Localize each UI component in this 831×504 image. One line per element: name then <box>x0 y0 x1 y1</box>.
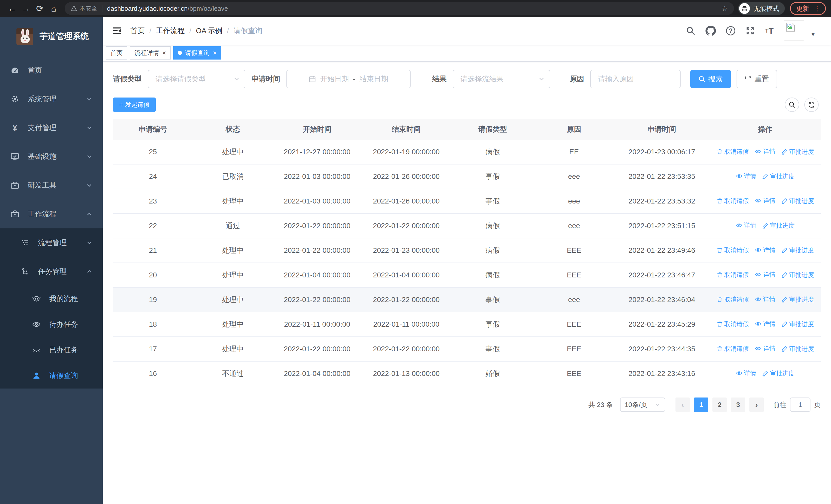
cancel-leave-link[interactable]: 取消请假 <box>717 320 749 328</box>
leave-type-select[interactable]: 请选择请假类型 <box>148 70 245 88</box>
detail-link[interactable]: 详情 <box>736 221 756 230</box>
sidebar-item-system[interactable]: 系统管理 <box>0 85 103 113</box>
next-page-button[interactable]: › <box>749 397 764 412</box>
detail-link[interactable]: 详情 <box>736 369 756 377</box>
table-row[interactable]: 19 处理中 2022-01-22 00:00:00 2022-01-22 00… <box>113 288 821 312</box>
detail-link[interactable]: 详情 <box>755 320 775 328</box>
tab-leave-query[interactable]: 请假查询 × <box>173 46 221 60</box>
page-button-3[interactable]: 3 <box>731 397 745 412</box>
github-icon[interactable] <box>706 26 716 36</box>
reason-input[interactable]: 请输入原因 <box>590 70 681 88</box>
home-button[interactable]: ⌂ <box>47 2 61 16</box>
table-row[interactable]: 20 处理中 2022-01-04 00:00:00 2022-01-04 00… <box>113 263 821 288</box>
approval-progress-link[interactable]: 审批进度 <box>762 221 795 230</box>
apply-time-range-picker[interactable]: 开始日期 - 结束日期 <box>286 70 411 88</box>
cell-status: 通过 <box>193 213 273 238</box>
page-button-1[interactable]: 1 <box>694 397 708 412</box>
detail-link[interactable]: 详情 <box>755 197 775 205</box>
goto-page-input[interactable] <box>790 397 810 412</box>
detail-link[interactable]: 详情 <box>755 147 775 155</box>
approval-progress-link[interactable]: 审批进度 <box>781 148 814 156</box>
approval-progress-link[interactable]: 审批进度 <box>781 345 814 353</box>
chevron-up-icon <box>86 268 92 274</box>
sidebar-item-home[interactable]: 首页 <box>0 56 103 85</box>
approval-progress-link[interactable]: 审批进度 <box>762 369 795 378</box>
approval-progress-link[interactable]: 审批进度 <box>781 246 814 254</box>
close-icon[interactable]: × <box>213 50 217 56</box>
tab-home[interactable]: 首页 <box>106 46 127 60</box>
table-row[interactable]: 24 已取消 2022-01-03 00:00:00 2022-01-26 00… <box>113 164 821 189</box>
toggle-search-button[interactable] <box>785 97 799 112</box>
table-row[interactable]: 17 处理中 2022-01-22 00:00:00 2022-01-22 00… <box>113 337 821 361</box>
sidebar-item-done-tasks[interactable]: 已办任务 <box>0 337 103 363</box>
detail-link[interactable]: 详情 <box>736 172 756 180</box>
cell-apply-id: 25 <box>113 140 193 164</box>
table-row[interactable]: 21 处理中 2022-01-22 00:00:00 2022-01-23 00… <box>113 238 821 263</box>
pen-icon <box>781 321 787 327</box>
table-row[interactable]: 23 处理中 2022-01-03 00:00:00 2022-01-26 00… <box>113 189 821 213</box>
detail-link[interactable]: 详情 <box>755 345 775 353</box>
approval-progress-link[interactable]: 审批进度 <box>781 295 814 304</box>
address-bar[interactable]: 不安全 dashboard.yudao.iocoder.cn/bpm/oa/le… <box>65 2 734 15</box>
refresh-icon <box>745 76 751 82</box>
approval-progress-link[interactable]: 审批进度 <box>781 197 814 205</box>
breadcrumb-oa-example[interactable]: OA 示例 <box>196 26 223 36</box>
refresh-table-button[interactable] <box>804 97 819 112</box>
reload-button[interactable]: ⟳ <box>33 2 47 16</box>
sidebar-item-infrastructure[interactable]: 基础设施 <box>0 142 103 171</box>
cancel-leave-link[interactable]: 取消请假 <box>717 295 749 304</box>
bookmark-star-icon[interactable]: ☆ <box>721 4 728 13</box>
detail-link[interactable]: 详情 <box>755 270 775 279</box>
cancel-leave-link[interactable]: 取消请假 <box>717 197 749 205</box>
detail-link[interactable]: 详情 <box>755 295 775 303</box>
approval-progress-link[interactable]: 审批进度 <box>781 320 814 328</box>
security-indicator[interactable]: 不安全 <box>71 5 97 12</box>
table-row[interactable]: 18 处理中 2022-01-11 00:00:00 2022-01-11 00… <box>113 312 821 337</box>
sidebar-item-workflow[interactable]: 工作流程 <box>0 200 103 228</box>
result-select[interactable]: 请选择流结果 <box>453 70 550 88</box>
pen-icon <box>762 223 768 229</box>
avatar-caret-icon[interactable]: ▼ <box>810 32 815 37</box>
breadcrumb-workflow[interactable]: 工作流程 <box>156 26 185 36</box>
help-icon[interactable]: ? <box>726 26 735 35</box>
cancel-leave-link[interactable]: 取消请假 <box>717 271 749 279</box>
close-icon[interactable]: × <box>162 50 166 56</box>
browser-menu-icon[interactable]: ⋮ <box>814 5 821 12</box>
approval-progress-link[interactable]: 审批进度 <box>762 172 795 180</box>
sidebar-item-todo-tasks[interactable]: 待办任务 <box>0 312 103 337</box>
search-icon[interactable] <box>686 26 695 35</box>
back-button[interactable]: ← <box>5 2 19 16</box>
sidebar-item-leave-query[interactable]: 请假查询 <box>0 363 103 388</box>
table-row[interactable]: 25 处理中 2021-12-27 00:00:00 2022-01-19 00… <box>113 140 821 164</box>
page-size-select[interactable]: 10条/页 <box>620 397 665 412</box>
detail-link[interactable]: 详情 <box>755 246 775 254</box>
cancel-leave-link[interactable]: 取消请假 <box>717 246 749 254</box>
cancel-leave-link[interactable]: 取消请假 <box>717 148 749 156</box>
font-size-icon[interactable]: TT <box>765 26 774 36</box>
sidebar-item-dev-tools[interactable]: 研发工具 <box>0 171 103 200</box>
logo[interactable]: 芋道管理系统 <box>0 17 103 56</box>
sidebar-collapse-icon[interactable] <box>108 26 126 36</box>
reset-button[interactable]: 重置 <box>737 70 777 88</box>
sidebar-item-my-process[interactable]: 我的流程 <box>0 286 103 312</box>
breadcrumb-home[interactable]: 首页 <box>131 26 145 36</box>
forward-button[interactable]: → <box>19 2 33 16</box>
approval-progress-link[interactable]: 审批进度 <box>781 271 814 279</box>
trash-icon <box>717 272 723 278</box>
update-button[interactable]: 更新 ⋮ <box>790 2 826 15</box>
avatar[interactable] <box>784 21 804 41</box>
page-button-2[interactable]: 2 <box>712 397 727 412</box>
create-leave-button[interactable]: + 发起请假 <box>113 97 156 112</box>
tags-bar: 首页 流程详情 × 请假查询 × <box>103 45 831 62</box>
search-button[interactable]: 搜索 <box>690 70 731 88</box>
tab-process-detail[interactable]: 流程详情 × <box>130 46 171 60</box>
table-row[interactable]: 16 不通过 2022-01-04 00:00:00 2022-01-13 00… <box>113 361 821 386</box>
sidebar-item-process-management[interactable]: 流程管理 <box>0 228 103 257</box>
sidebar-item-payment[interactable]: ¥ 支付管理 <box>0 113 103 142</box>
sidebar-item-task-management[interactable]: 任务管理 <box>0 257 103 286</box>
fullscreen-icon[interactable] <box>746 26 755 35</box>
trash-icon <box>717 149 723 155</box>
table-row[interactable]: 22 通过 2022-01-22 00:00:00 2022-01-22 00:… <box>113 213 821 238</box>
prev-page-button[interactable]: ‹ <box>676 397 690 412</box>
cancel-leave-link[interactable]: 取消请假 <box>717 345 749 353</box>
